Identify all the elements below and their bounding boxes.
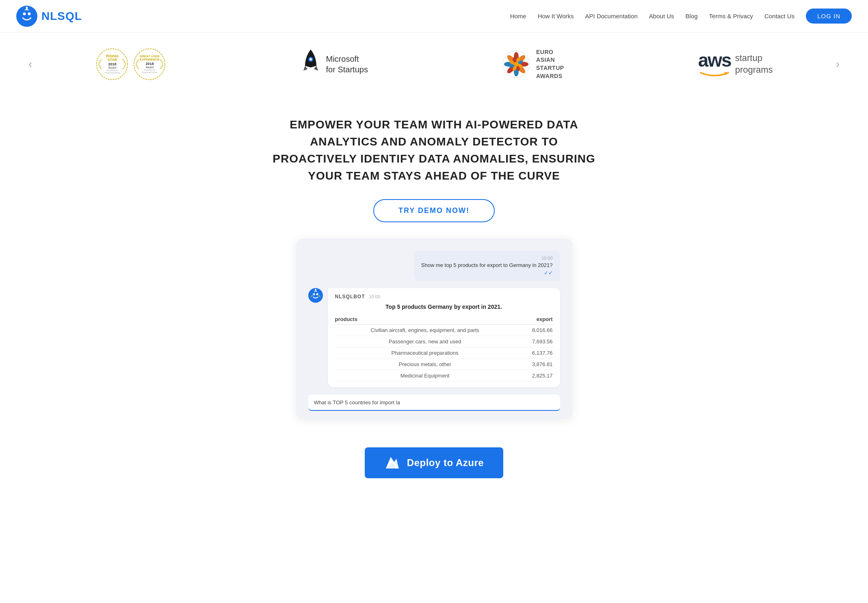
bot-data-table: products export Civilian aircraft, engin… — [335, 314, 553, 382]
table-row: Medicinal Equipment2,825.17 — [335, 370, 553, 382]
user-bubble: 10:00 Show me top 5 products for export … — [414, 251, 560, 281]
export-cell: 6,137.76 — [519, 347, 553, 359]
nav-api-docs[interactable]: API Documentation — [585, 13, 638, 20]
nav-how-it-works[interactable]: How It Works — [538, 13, 574, 20]
nav-links: Home How It Works API Documentation Abou… — [510, 13, 852, 20]
login-button[interactable]: LOG IN — [806, 9, 852, 24]
awards-items: RisingStar 2018 Award Awarded byFinances… — [36, 47, 831, 81]
logo-link[interactable]: NLSQL — [16, 6, 82, 27]
bot-message-row: NLSQLBOT 10:00 Top 5 products Germany by… — [308, 288, 560, 387]
rising-star-badge: RisingStar 2018 Award Awarded byFinances… — [95, 47, 129, 81]
aws-startup-award: aws startup programs — [698, 51, 773, 78]
bot-name: NLSQLBOT — [335, 294, 365, 299]
awards-section: ‹ RisingStar — [0, 33, 868, 96]
chat-demo: 10:00 Show me top 5 products for export … — [296, 239, 572, 419]
finances-online-award: RisingStar 2018 Award Awarded byFinances… — [95, 47, 167, 81]
carousel-prev-button[interactable]: ‹ — [24, 58, 36, 71]
ms-startup-award: Microsoft for Startups — [301, 48, 368, 80]
aws-label: aws — [698, 51, 731, 69]
navbar: NLSQL Home How It Works API Documentatio… — [0, 0, 868, 33]
bot-table-title: Top 5 products Germany by export in 2021… — [335, 304, 553, 310]
message-delivered-icon: ✓✓ — [421, 270, 553, 276]
hero-section: EMPOWER YOUR TEAM WITH AI-POWERED DATA A… — [0, 96, 868, 431]
try-demo-button[interactable]: TRY DEMO NOW! — [373, 199, 495, 222]
ms-startup-text: Microsoft for Startups — [326, 54, 368, 75]
nav-blog[interactable]: Blog — [686, 13, 698, 20]
great-ux-badge: Great UserExperience 2018 Award Awarded … — [132, 47, 167, 81]
chat-input-row — [308, 395, 560, 411]
deploy-section: Deploy to Azure — [0, 431, 868, 503]
euro-flower-icon — [502, 50, 530, 78]
hero-headline: EMPOWER YOUR TEAM WITH AI-POWERED DATA A… — [272, 116, 597, 184]
product-cell: Pharmaceutical preparations — [335, 347, 519, 359]
product-cell: Passenger cars, new and used — [335, 336, 519, 347]
user-message-text: Show me top 5 products for export to Ger… — [421, 262, 553, 268]
bot-avatar-icon — [308, 288, 323, 303]
carousel-next-button[interactable]: › — [832, 58, 844, 71]
product-cell: Civilian aircraft, engines, equipment, a… — [335, 325, 519, 336]
aws-smile-icon — [699, 69, 730, 78]
bot-bubble: NLSQLBOT 10:00 Top 5 products Germany by… — [328, 288, 560, 387]
user-message-row: 10:00 Show me top 5 products for export … — [308, 251, 560, 281]
chat-input[interactable] — [314, 399, 554, 406]
logo-icon — [16, 6, 37, 27]
col-products: products — [335, 314, 519, 325]
euro-asian-award: EURO ASIAN STARTUP AWARDS — [502, 48, 564, 80]
product-cell: Precious metals, other — [335, 359, 519, 370]
table-row: Civilian aircraft, engines, equipment, a… — [335, 325, 553, 336]
svg-point-8 — [310, 58, 312, 61]
table-row: Precious metals, other3,876.81 — [335, 359, 553, 370]
svg-point-29 — [316, 293, 318, 295]
nav-about-us[interactable]: About Us — [649, 13, 674, 20]
col-export: export — [519, 314, 553, 325]
ms-rocket-icon — [301, 48, 320, 80]
table-row: Passenger cars, new and used7,693.56 — [335, 336, 553, 347]
bot-time: 10:00 — [369, 294, 381, 299]
svg-point-26 — [514, 62, 519, 67]
export-cell: 2,825.17 — [519, 370, 553, 382]
deploy-label: Deploy to Azure — [407, 457, 484, 469]
azure-icon — [384, 455, 400, 471]
svg-point-30 — [315, 289, 316, 291]
nav-contact-us[interactable]: Contact Us — [764, 13, 794, 20]
svg-point-28 — [313, 293, 315, 295]
export-cell: 7,693.56 — [519, 336, 553, 347]
nav-home[interactable]: Home — [510, 13, 526, 20]
deploy-azure-button[interactable]: Deploy to Azure — [365, 447, 503, 478]
export-cell: 3,876.81 — [519, 359, 553, 370]
product-cell: Medicinal Equipment — [335, 370, 519, 382]
export-cell: 8,016.66 — [519, 325, 553, 336]
nav-terms-privacy[interactable]: Terms & Privacy — [709, 13, 753, 20]
svg-point-2 — [28, 12, 31, 15]
user-message-time: 10:00 — [421, 256, 553, 260]
table-row: Pharmaceutical preparations6,137.76 — [335, 347, 553, 359]
svg-point-4 — [26, 7, 28, 9]
bot-header: NLSQLBOT 10:00 — [335, 294, 553, 299]
logo-text: NLSQL — [41, 10, 82, 23]
euro-asian-text: EURO ASIAN STARTUP AWARDS — [536, 48, 564, 80]
aws-startup-text: startup programs — [735, 52, 773, 76]
svg-point-1 — [23, 12, 26, 15]
